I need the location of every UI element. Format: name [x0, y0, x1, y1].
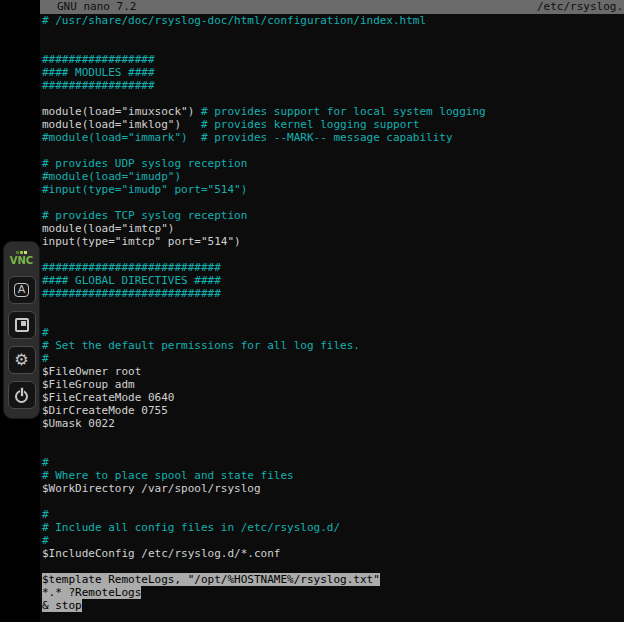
- comment-text: #: [42, 534, 49, 547]
- editor-line: # Set the default permissions for all lo…: [42, 339, 624, 352]
- selected-text: *.* ?RemoteLogs: [42, 586, 141, 599]
- config-text: $Umask 0022: [42, 417, 115, 430]
- editor-line: # provides UDP syslog reception: [42, 157, 624, 170]
- config-text: $DirCreateMode 0755: [42, 404, 168, 417]
- editor-line: [42, 40, 624, 53]
- editor-line: [42, 495, 624, 508]
- editor-line: [42, 300, 624, 313]
- comment-text: ###########################: [42, 261, 221, 274]
- comment-text: #### GLOBAL DIRECTIVES ####: [42, 274, 221, 287]
- comment-text: #: [42, 326, 49, 339]
- a-key-icon: A: [14, 283, 30, 297]
- comment-text: # /usr/share/doc/rsyslog-doc/html/config…: [42, 14, 426, 27]
- editor-line: # Include all config files in /etc/rsysl…: [42, 521, 624, 534]
- comment-text: #input(type="imudp" port="514"): [42, 183, 247, 196]
- editor-line: # Where to place spool and state files: [42, 469, 624, 482]
- nano-titlebar: GNU nano 7.2 /etc/rsyslog.: [40, 0, 624, 14]
- gear-icon: ⚙: [14, 352, 28, 368]
- novnc-logo: VNC: [10, 247, 33, 269]
- editor-line: #input(type="imudp" port="514"): [42, 183, 624, 196]
- logo-pixel: [24, 251, 27, 254]
- config-text: $FileGroup adm: [42, 378, 135, 391]
- editor-line: module(load="imuxsock") # provides suppo…: [42, 105, 624, 118]
- config-text: $FileCreateMode 0640: [42, 391, 174, 404]
- editor-line: #: [42, 534, 624, 547]
- logo-pixel: [16, 251, 19, 254]
- editor-line: # provides TCP syslog reception: [42, 209, 624, 222]
- terminal-window: GNU nano 7.2 /etc/rsyslog. # /usr/share/…: [40, 0, 624, 622]
- editor-line: [42, 248, 624, 261]
- comment-text: #################: [42, 53, 155, 66]
- nano-filename-label: /etc/rsyslog.: [537, 0, 624, 14]
- comment-text: #: [42, 508, 49, 521]
- power-icon: [14, 388, 29, 403]
- editor-line: $WorkDirectory /var/spool/rsyslog: [42, 482, 624, 495]
- editor-line: [42, 196, 624, 209]
- selected-text: & stop: [42, 599, 82, 612]
- novnc-logo-text: VNC: [10, 255, 33, 266]
- comment-text: #### MODULES ####: [42, 66, 155, 79]
- editor-line: [42, 313, 624, 326]
- editor-line: $template RemoteLogs, "/opt/%HOSTNAME%/r…: [42, 573, 624, 586]
- editor-line: # /usr/share/doc/rsyslog-doc/html/config…: [42, 14, 624, 27]
- comment-text: #: [42, 456, 49, 469]
- power-button[interactable]: [8, 381, 36, 409]
- comment-text: #module(load="immark") # provides --MARK…: [42, 131, 453, 144]
- comment-text: # provides kernel logging support: [201, 118, 420, 131]
- editor-line: [42, 430, 624, 443]
- editor-line: ###########################: [42, 261, 624, 274]
- novnc-logo-pixels: [16, 251, 27, 254]
- config-text: module(load="imtcp"): [42, 222, 174, 235]
- comment-text: # Include all config files in /etc/rsysl…: [42, 521, 340, 534]
- comment-text: # provides TCP syslog reception: [42, 209, 247, 222]
- editor-line: #################: [42, 79, 624, 92]
- editor-line: #module(load="imudp"): [42, 170, 624, 183]
- editor-line: [42, 443, 624, 456]
- comment-text: # Set the default permissions for all lo…: [42, 339, 360, 352]
- editor-line: $FileOwner root: [42, 365, 624, 378]
- comment-text: #module(load="imudp"): [42, 170, 181, 183]
- editor-line: #### GLOBAL DIRECTIVES ####: [42, 274, 624, 287]
- config-text: $FileOwner root: [42, 365, 141, 378]
- editor-line: module(load="imtcp"): [42, 222, 624, 235]
- extra-keys-button[interactable]: A: [8, 276, 36, 304]
- comment-text: # provides UDP syslog reception: [42, 157, 247, 170]
- editor-line: [42, 27, 624, 40]
- editor-line: [42, 560, 624, 573]
- comment-text: ###########################: [42, 287, 221, 300]
- editor-line: $FileCreateMode 0640: [42, 391, 624, 404]
- editor-line: #module(load="immark") # provides --MARK…: [42, 131, 624, 144]
- config-text: $IncludeConfig /etc/rsyslog.d/*.conf: [42, 547, 280, 560]
- editor-line: #: [42, 326, 624, 339]
- config-text: input(type="imtcp" port="514"): [42, 235, 241, 248]
- editor-line: #################: [42, 53, 624, 66]
- editor-line: *.* ?RemoteLogs: [42, 586, 624, 599]
- editor-line: $IncludeConfig /etc/rsyslog.d/*.conf: [42, 547, 624, 560]
- power-icon-stem: [21, 388, 23, 396]
- editor-line: module(load="imklog") # provides kernel …: [42, 118, 624, 131]
- fullscreen-icon: [15, 318, 29, 332]
- logo-pixel: [20, 251, 23, 254]
- config-text: module(load="imuxsock"): [42, 105, 201, 118]
- editor-line: $DirCreateMode 0755: [42, 404, 624, 417]
- fullscreen-button[interactable]: [8, 311, 36, 339]
- config-text: $WorkDirectory /var/spool/rsyslog: [42, 482, 261, 495]
- config-text: module(load="imklog"): [42, 118, 201, 131]
- editor-line: #: [42, 352, 624, 365]
- editor-line: ###########################: [42, 287, 624, 300]
- selected-text: $template RemoteLogs, "/opt/%HOSTNAME%/r…: [42, 573, 380, 586]
- editor-line: input(type="imtcp" port="514"): [42, 235, 624, 248]
- editor-line: [42, 144, 624, 157]
- editor-line: $FileGroup adm: [42, 378, 624, 391]
- editor-line: & stop: [42, 599, 624, 612]
- novnc-control-bar: VNC A ⚙: [3, 241, 40, 419]
- settings-button[interactable]: ⚙: [8, 346, 36, 374]
- comment-text: #################: [42, 79, 155, 92]
- editor-line: [42, 92, 624, 105]
- comment-text: # Where to place spool and state files: [42, 469, 294, 482]
- editor-line: #: [42, 508, 624, 521]
- editor-lines[interactable]: # /usr/share/doc/rsyslog-doc/html/config…: [40, 14, 624, 612]
- editor-line: #### MODULES ####: [42, 66, 624, 79]
- comment-text: #: [42, 352, 49, 365]
- editor-line: #: [42, 456, 624, 469]
